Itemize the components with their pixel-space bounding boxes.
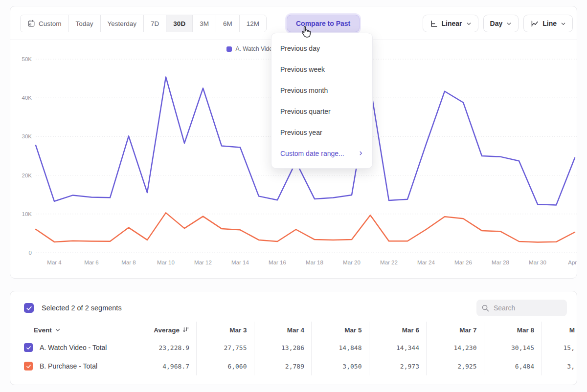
date-preset-label: 30D (173, 20, 185, 27)
segment-name: A. Watch Video - Total (40, 344, 107, 351)
average-value: 23,228.9 (158, 344, 189, 351)
date-preset-custom[interactable]: Custom (21, 15, 69, 32)
menu-item-previous-quarter[interactable]: Previous quarter (271, 101, 372, 122)
svg-text:Mar 24: Mar 24 (417, 260, 435, 265)
cell-value: 6,484 (515, 363, 534, 370)
cell-value: 6,060 (227, 363, 247, 370)
chart-panel: CustomTodayYesterday7D30D3M6M12M Compare… (10, 6, 577, 279)
date-column-header[interactable]: Mar 8 (484, 322, 542, 338)
svg-text:Mar 20: Mar 20 (343, 260, 361, 265)
sort-descending-icon (182, 327, 189, 333)
menu-item-custom-date-range[interactable]: Custom date range... (271, 143, 372, 164)
date-preset-6m[interactable]: 6M (216, 15, 240, 32)
event-header-label: Event (34, 327, 52, 334)
date-preset-label: 7D (151, 20, 159, 27)
menu-item-label: Custom date range... (280, 150, 344, 157)
date-preset-yesterday[interactable]: Yesterday (101, 15, 144, 32)
chevron-down-icon (466, 21, 472, 26)
date-column-header[interactable]: Mar 3 (196, 322, 254, 338)
toolbar-right-group: Linear Day Line (423, 15, 573, 32)
date-column-header[interactable]: Mar 4 (254, 322, 312, 338)
average-column-header[interactable]: Average (137, 322, 196, 338)
date-column-header[interactable]: Mar 6 (369, 322, 427, 338)
date-column-header[interactable]: Mar 5 (311, 322, 369, 338)
select-all-checkbox[interactable] (24, 303, 34, 313)
svg-text:Mar 16: Mar 16 (269, 260, 286, 265)
date-range-picker: CustomTodayYesterday7D30D3M6M12M (20, 15, 267, 32)
svg-text:Mar 26: Mar 26 (454, 260, 472, 265)
svg-text:Mar 12: Mar 12 (194, 260, 212, 265)
check-icon (26, 305, 32, 311)
date-preset-7d[interactable]: 7D (144, 15, 166, 32)
cell-value: 13,286 (281, 344, 304, 351)
search-box (476, 300, 567, 316)
svg-text:Mar 22: Mar 22 (380, 260, 398, 265)
chart-type-dropdown-label: Line (542, 20, 557, 27)
segment-checkbox[interactable] (24, 343, 33, 352)
chevron-down-icon (55, 327, 61, 333)
cell-value: 2,973 (400, 363, 419, 370)
svg-text:Mar 30: Mar 30 (529, 260, 546, 265)
cell-value: 2,925 (457, 363, 476, 370)
table-toolbar: Selected 2 of 2 segments (24, 300, 572, 316)
segments-table: EventAverageMar 3Mar 4Mar 5Mar 6Mar 7Mar… (10, 322, 577, 375)
chevron-right-icon (358, 151, 363, 156)
svg-text:Mar 28: Mar 28 (492, 260, 509, 265)
cell-value: 15, (564, 344, 575, 351)
segment-name: B. Purchase - Total (40, 362, 97, 370)
chart-toolbar: CustomTodayYesterday7D30D3M6M12M Compare… (20, 15, 573, 32)
cell-value: 27,755 (224, 344, 247, 351)
cell-value: 2,789 (285, 363, 304, 370)
cell-value: 3, (567, 363, 575, 370)
svg-text:20K: 20K (22, 173, 32, 178)
svg-text:Mar 14: Mar 14 (231, 260, 249, 265)
svg-text:Mar 6: Mar 6 (84, 260, 98, 265)
compare-to-past-menu: Previous dayPrevious weekPrevious monthP… (271, 33, 373, 169)
table-row: B. Purchase - Total4,968.76,0602,7893,05… (10, 357, 577, 375)
cell-value: 3,050 (342, 363, 361, 370)
svg-text:Apr 1: Apr 1 (568, 260, 578, 265)
interval-dropdown[interactable]: Day (483, 15, 519, 32)
scale-dropdown-label: Linear (442, 20, 462, 27)
search-input[interactable] (494, 304, 557, 312)
event-column-header[interactable]: Event (24, 327, 61, 334)
segment-checkbox[interactable] (24, 362, 33, 370)
date-preset-label: Custom (39, 20, 62, 27)
menu-item-previous-day[interactable]: Previous day (271, 38, 372, 59)
svg-text:0: 0 (29, 250, 32, 256)
svg-text:Mar 18: Mar 18 (306, 260, 323, 265)
date-preset-label: 6M (223, 20, 232, 27)
scale-dropdown[interactable]: Linear (423, 15, 478, 32)
series-line-b-purchase-total[interactable] (36, 213, 575, 242)
cell-value: 14,230 (454, 344, 477, 351)
selected-count-label: Selected 2 of 2 segments (42, 304, 122, 312)
date-preset-label: Yesterday (108, 20, 137, 27)
date-column-header[interactable]: Mar 7 (426, 322, 484, 338)
svg-text:Mar 4: Mar 4 (47, 260, 62, 265)
table-row: A. Watch Video - Total23,228.927,75513,2… (10, 338, 577, 357)
date-preset-12m[interactable]: 12M (240, 15, 266, 32)
menu-item-previous-month[interactable]: Previous month (271, 80, 372, 101)
date-preset-today[interactable]: Today (69, 15, 101, 32)
menu-item-previous-year[interactable]: Previous year (271, 122, 372, 143)
svg-text:40K: 40K (22, 95, 32, 101)
date-preset-label: 12M (247, 20, 259, 27)
average-value: 4,968.7 (162, 363, 189, 370)
chevron-down-icon (506, 21, 512, 26)
chart-type-dropdown[interactable]: Line (523, 15, 573, 32)
chevron-down-icon (561, 21, 566, 26)
date-column-header[interactable]: M (541, 322, 577, 338)
cell-value: 14,344 (396, 344, 419, 351)
date-preset-30d[interactable]: 30D (166, 15, 193, 32)
search-icon (481, 304, 490, 312)
cell-value: 30,145 (511, 344, 534, 351)
menu-item-previous-week[interactable]: Previous week (271, 59, 372, 80)
date-preset-label: 3M (200, 20, 209, 27)
date-preset-3m[interactable]: 3M (193, 15, 216, 32)
date-preset-label: Today (76, 20, 93, 27)
hand-cursor-icon (299, 25, 313, 40)
compare-to-past-button[interactable]: Compare to Past (287, 15, 360, 32)
line-chart-icon (530, 20, 539, 28)
interval-dropdown-label: Day (490, 20, 503, 27)
average-header-label: Average (154, 327, 180, 334)
